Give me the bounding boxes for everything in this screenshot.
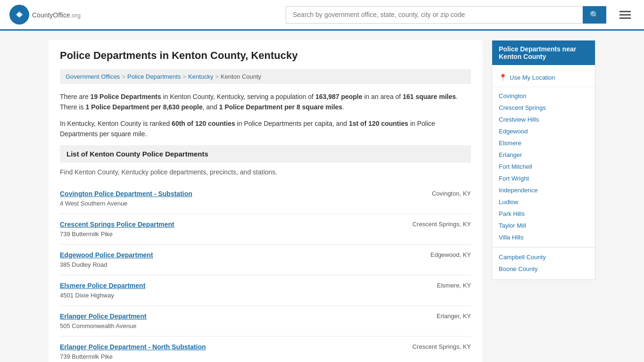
sidebar-item-villa-hills[interactable]: Villa Hills xyxy=(492,231,595,243)
list-section-header: List of Kenton County Police Departments xyxy=(60,145,471,163)
sidebar-item-campbell-county[interactable]: Campbell County xyxy=(492,251,595,263)
sidebar-item-independence[interactable]: Independence xyxy=(492,184,595,196)
dept-address: 385 Dudley Road xyxy=(60,261,107,268)
breadcrumb-sep-2: > xyxy=(182,73,186,80)
menu-icon-line1 xyxy=(619,11,631,12)
sidebar-item-taylor-mill[interactable]: Taylor Mill xyxy=(492,220,595,231)
sidebar: Police Departments near Kenton County 📍 … xyxy=(492,40,595,362)
logo-text: CountyOffice.org xyxy=(32,10,81,20)
dept-name-link[interactable]: Covington Police Department - Substation xyxy=(60,190,192,197)
dept-row: Elsmere Police Department 4501 Dixie Hig… xyxy=(60,282,471,299)
sidebar-box: Police Departments near Kenton County 📍 … xyxy=(492,40,595,280)
dept-info: Elsmere Police Department 4501 Dixie Hig… xyxy=(60,282,145,299)
list-item: Covington Police Department - Substation… xyxy=(60,183,471,214)
breadcrumb: Government Offices > Police Departments … xyxy=(60,69,471,84)
dept-address: 4 West Southern Avenue xyxy=(60,200,127,207)
dept-row: Erlanger Police Department - North Subst… xyxy=(60,343,471,360)
list-item: Edgewood Police Department 385 Dudley Ro… xyxy=(60,245,471,275)
dept-location: Covington, KY xyxy=(396,190,471,197)
rank-per-sqmi: 1st of 120 counties xyxy=(349,120,408,127)
sidebar-item-edgewood[interactable]: Edgewood xyxy=(492,125,595,137)
logo-name: CountyOffice xyxy=(32,11,70,19)
list-section-desc: Find Kenton County, Kentucky police depa… xyxy=(60,168,471,176)
dept-info: Covington Police Department - Substation… xyxy=(60,190,192,207)
dept-name-link[interactable]: Elsmere Police Department xyxy=(60,282,145,289)
list-item: Elsmere Police Department 4501 Dixie Hig… xyxy=(60,275,471,306)
content-area: Police Departments in Kenton County, Ken… xyxy=(49,40,482,362)
search-button[interactable]: 🔍 xyxy=(583,6,606,24)
department-list: Covington Police Department - Substation… xyxy=(60,183,471,362)
dept-row: Crescent Springs Police Department 739 B… xyxy=(60,221,471,238)
sidebar-item-covington[interactable]: Covington xyxy=(492,90,595,102)
dept-info: Erlanger Police Department - North Subst… xyxy=(60,343,206,360)
sidebar-content: 📍 Use My Location Covington Crescent Spr… xyxy=(492,65,595,280)
site-logo[interactable]: CountyOffice.org xyxy=(9,5,81,25)
intro-paragraph-2: In Kentucky, Kenton County is ranked 60t… xyxy=(60,118,471,140)
breadcrumb-sep-1: > xyxy=(122,73,125,80)
use-my-location[interactable]: 📍 Use My Location xyxy=(492,70,595,87)
dept-name-link[interactable]: Erlanger Police Department - North Subst… xyxy=(60,343,206,351)
menu-button[interactable] xyxy=(616,9,635,21)
sidebar-item-ludlow[interactable]: Ludlow xyxy=(492,196,595,208)
dept-location: Edgewood, KY xyxy=(396,251,471,258)
dept-row: Edgewood Police Department 385 Dudley Ro… xyxy=(60,251,471,268)
count-population: 163,987 people xyxy=(315,93,363,100)
page-title: Police Departments in Kenton County, Ken… xyxy=(60,49,471,62)
use-location-label: Use My Location xyxy=(510,74,555,81)
intro-paragraph-1: There are 19 Police Departments in Kento… xyxy=(60,91,471,113)
list-item: Crescent Springs Police Department 739 B… xyxy=(60,214,471,245)
dept-address: 739 Buttermilk Pike xyxy=(60,353,113,360)
list-header-text: List of Kenton County Police Departments xyxy=(66,150,208,158)
search-area: 🔍 xyxy=(286,6,606,24)
breadcrumb-sep-3: > xyxy=(215,73,219,80)
count-per-people: 1 Police Department per 8,630 people xyxy=(85,103,202,111)
dept-info: Crescent Springs Police Department 739 B… xyxy=(60,221,174,238)
dept-row: Erlanger Police Department 505 Commonwea… xyxy=(60,313,471,329)
site-header: CountyOffice.org 🔍 xyxy=(0,0,644,31)
breadcrumb-current: Kenton County xyxy=(221,73,261,80)
dept-name-link[interactable]: Crescent Springs Police Department xyxy=(60,221,174,228)
pin-icon: 📍 xyxy=(499,74,507,81)
dept-name-link[interactable]: Edgewood Police Department xyxy=(60,251,153,259)
dept-row: Covington Police Department - Substation… xyxy=(60,190,471,207)
list-item: Erlanger Police Department 505 Commonwea… xyxy=(60,306,471,337)
sidebar-item-erlanger[interactable]: Erlanger xyxy=(492,149,595,161)
count-police-depts: 19 Police Departments xyxy=(91,93,161,100)
dept-info: Edgewood Police Department 385 Dudley Ro… xyxy=(60,251,153,268)
menu-icon-line2 xyxy=(619,14,631,16)
sidebar-item-boone-county[interactable]: Boone County xyxy=(492,263,595,275)
main-container: Police Departments in Kenton County, Ken… xyxy=(39,31,605,362)
logo-icon xyxy=(9,5,29,25)
count-per-sqmi: 1 Police Department per 8 square miles xyxy=(219,103,342,111)
sidebar-item-fort-wright[interactable]: Fort Wright xyxy=(492,173,595,184)
count-square-miles: 161 square miles xyxy=(403,93,456,100)
dept-location: Crescent Springs, KY xyxy=(396,343,471,350)
list-item: Erlanger Police Department - North Subst… xyxy=(60,337,471,362)
sidebar-item-crescent-springs[interactable]: Crescent Springs xyxy=(492,102,595,114)
sidebar-item-crestview-hills[interactable]: Crestview Hills xyxy=(492,114,595,125)
dept-address: 4501 Dixie Highway xyxy=(60,292,114,299)
menu-icon-line3 xyxy=(619,17,631,19)
breadcrumb-gov-offices[interactable]: Government Offices xyxy=(66,73,120,80)
dept-address: 739 Buttermilk Pike xyxy=(60,230,113,238)
search-input[interactable] xyxy=(286,6,583,24)
sidebar-item-elsmere[interactable]: Elsmere xyxy=(492,137,595,149)
dept-location: Crescent Springs, KY xyxy=(396,221,471,228)
sidebar-item-park-hills[interactable]: Park Hills xyxy=(492,208,595,220)
sidebar-item-fort-mitchell[interactable]: Fort Mitchell xyxy=(492,161,595,173)
sidebar-title: Police Departments near Kenton County xyxy=(492,41,595,65)
dept-address: 505 Commonwealth Avenue xyxy=(60,322,136,329)
rank-per-capita: 60th of 120 counties xyxy=(172,120,235,127)
sidebar-divider xyxy=(492,247,595,247)
search-icon: 🔍 xyxy=(590,11,599,19)
logo-suffix: .org xyxy=(70,12,81,19)
breadcrumb-police-depts[interactable]: Police Departments xyxy=(127,73,181,80)
sidebar-title-text: Police Departments near Kenton County xyxy=(499,45,576,60)
dept-location: Elsmere, KY xyxy=(396,282,471,289)
dept-name-link[interactable]: Erlanger Police Department xyxy=(60,313,147,320)
dept-info: Erlanger Police Department 505 Commonwea… xyxy=(60,313,147,329)
dept-location: Erlanger, KY xyxy=(396,313,471,320)
breadcrumb-kentucky[interactable]: Kentucky xyxy=(188,73,213,80)
